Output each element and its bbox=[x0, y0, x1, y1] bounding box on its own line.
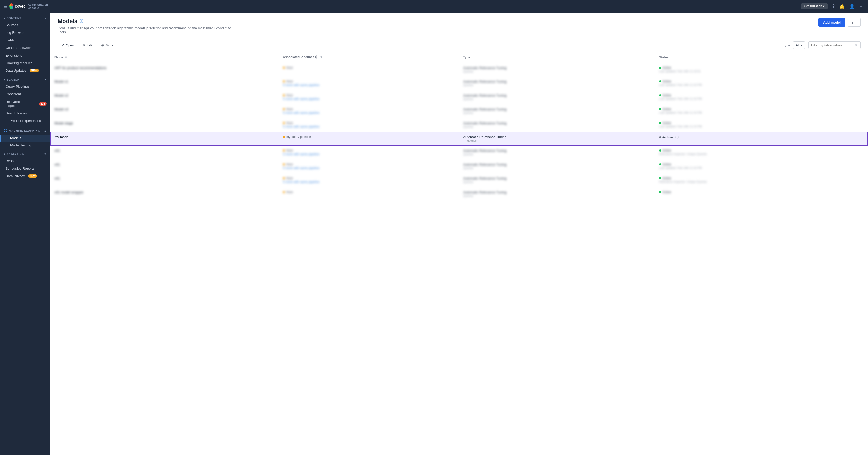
table-row[interactable]: Model stage Main 5 more with same pipeli… bbox=[50, 118, 868, 132]
table-row[interactable]: v01 Main 5 more with same pipelineAutoma… bbox=[50, 173, 868, 187]
status-dot-3 bbox=[659, 94, 661, 96]
model-testing-label: Model Testing bbox=[10, 143, 31, 147]
more-options-button[interactable]: ⋮⋮ bbox=[847, 18, 861, 27]
sidebar-item-extensions[interactable]: Extensions bbox=[0, 52, 50, 59]
sidebar-item-conditions[interactable]: Conditions bbox=[0, 90, 50, 98]
sidebar-item-relevance-inspector[interactable]: Relevance Inspector 123 bbox=[0, 98, 50, 109]
more-button[interactable]: ⊕ More bbox=[97, 41, 117, 49]
more-icon: ⊕ bbox=[101, 43, 104, 47]
pipeline-dot-8 bbox=[283, 163, 285, 165]
relevance-inspector-badge: 123 bbox=[39, 102, 46, 105]
sidebar-section-analytics[interactable]: ● Analytics ▼ bbox=[0, 149, 50, 157]
type-value-3: Automatic Relevance Tuning bbox=[463, 94, 651, 97]
status-dot-8 bbox=[659, 163, 661, 165]
apps-icon[interactable]: ⊞ bbox=[859, 4, 863, 9]
type-value-6: Automatic Relevance Tuning bbox=[463, 135, 651, 139]
type-value-2: Automatic Relevance Tuning bbox=[463, 79, 651, 84]
table-row[interactable]: ART for product recommendations Main Aut… bbox=[50, 63, 868, 76]
pipeline-link-8[interactable]: 5 more with same pipeline bbox=[283, 166, 455, 170]
cell-type-1: Automatic Relevance Tuning Queries bbox=[459, 63, 655, 76]
pipeline-link-5[interactable]: 5 more with same pipeline bbox=[283, 125, 455, 129]
col-type[interactable]: Type ↑ bbox=[459, 52, 655, 63]
sidebar-section-content[interactable]: ● Content ▼ bbox=[0, 13, 50, 21]
open-icon: ↗ bbox=[61, 43, 64, 47]
archived-info-icon-6[interactable]: ⓘ bbox=[676, 135, 679, 139]
table-row[interactable]: Model v2 Main 5 more with same pipelineA… bbox=[50, 90, 868, 104]
page-description: Consult and manage your organization alg… bbox=[58, 26, 241, 34]
sources-label: Sources bbox=[5, 23, 18, 27]
sidebar-section-ml[interactable]: ⬡ Machine Learning ▲ bbox=[0, 125, 50, 135]
table-row[interactable]: v01 model wrapper Main Automatic Relevan… bbox=[50, 187, 868, 201]
cell-type-7: Automatic Relevance Tuning Queries bbox=[459, 145, 655, 159]
sidebar-item-crawling-modules[interactable]: Crawling Modules bbox=[0, 59, 50, 67]
table-row[interactable]: v01 Main 5 more with same pipelineAutoma… bbox=[50, 159, 868, 173]
coveo-brand: coveo bbox=[15, 4, 25, 8]
pipeline-main-3: Main bbox=[283, 94, 455, 97]
sidebar-item-log-browser[interactable]: Log Browser bbox=[0, 29, 50, 36]
pipeline-link-7[interactable]: 5 more with same pipeline bbox=[283, 152, 455, 156]
pipeline-main-5: Main bbox=[283, 121, 455, 125]
sidebar-item-scheduled-reports[interactable]: Scheduled Reports bbox=[0, 165, 50, 172]
pipeline-link-2[interactable]: 5 more with same pipeline bbox=[283, 83, 455, 87]
table-row[interactable]: v01 Main 5 more with same pipelineAutoma… bbox=[50, 145, 868, 159]
sidebar-section-search[interactable]: ● Search ▼ bbox=[0, 74, 50, 83]
status-text-6: Archived bbox=[662, 136, 675, 139]
table-row[interactable]: My model my query pipeline Automatic Rel… bbox=[50, 132, 868, 145]
org-selector[interactable]: Organization ▾ bbox=[801, 3, 828, 9]
sidebar-item-content-browser[interactable]: Content Browser bbox=[0, 44, 50, 52]
table-row[interactable]: Model v3 Main 5 more with same pipelineA… bbox=[50, 104, 868, 118]
sidebar-item-data-updates[interactable]: Data Updates NEW bbox=[0, 67, 50, 74]
open-button[interactable]: ↗ Open bbox=[58, 41, 78, 49]
pipelines-info-icon[interactable]: ⓘ bbox=[315, 55, 318, 59]
model-name-6: My model bbox=[55, 135, 69, 139]
page-title-row: Models ⓘ bbox=[58, 18, 861, 25]
edit-button[interactable]: ✏ Edit bbox=[79, 41, 96, 49]
content-section-label: ● Content bbox=[4, 17, 21, 20]
cell-name-1: ART for product recommendations bbox=[50, 63, 279, 76]
add-model-button[interactable]: Add model bbox=[818, 18, 845, 27]
type-value-8: Automatic Relevance Tuning bbox=[463, 163, 651, 166]
table-row[interactable]: Model v1 Main 5 more with same pipelineA… bbox=[50, 76, 868, 90]
table-filter-input[interactable] bbox=[811, 43, 853, 47]
status-text-7: Active bbox=[662, 149, 671, 152]
status-text-3: Active bbox=[662, 94, 671, 97]
pipeline-main-4: Main bbox=[283, 107, 455, 111]
sidebar-item-in-product-experiences[interactable]: In-Product Experiences bbox=[0, 117, 50, 125]
name-sort-icon: ⇅ bbox=[65, 56, 67, 59]
hamburger-icon[interactable]: ☰ bbox=[4, 4, 7, 9]
sidebar-item-fields[interactable]: Fields bbox=[0, 36, 50, 44]
cell-name-6: My model bbox=[50, 132, 279, 145]
pipeline-link-3[interactable]: 5 more with same pipeline bbox=[283, 97, 455, 101]
help-icon[interactable]: ? bbox=[832, 4, 835, 9]
cell-type-3: Automatic Relevance Tuning Queries bbox=[459, 90, 655, 104]
col-status[interactable]: Status ⇅ bbox=[655, 52, 868, 63]
page-info-icon[interactable]: ⓘ bbox=[80, 19, 83, 24]
data-privacy-label: Data Privacy bbox=[5, 174, 25, 178]
status-active-10: Active bbox=[659, 190, 864, 194]
page-title: Models bbox=[58, 18, 78, 25]
sidebar-item-sources[interactable]: Sources bbox=[0, 21, 50, 29]
status-text-1: Active bbox=[662, 66, 671, 70]
pipeline-link-9[interactable]: 5 more with same pipeline bbox=[283, 180, 455, 184]
toolbar: ↗ Open ✏ Edit ⊕ More Type: All ▾ bbox=[50, 38, 868, 52]
cell-pipeline-6: my query pipeline bbox=[279, 132, 459, 145]
cell-status-2: Active Last updated: Feb 14th 11:15 PM bbox=[655, 76, 868, 90]
sidebar-item-data-privacy[interactable]: Data Privacy NEW bbox=[0, 172, 50, 180]
user-icon[interactable]: 👤 bbox=[849, 4, 855, 9]
sidebar-item-model-testing[interactable]: Model Testing bbox=[0, 142, 50, 149]
notifications-icon[interactable]: 🔔 bbox=[839, 4, 845, 9]
more-label: More bbox=[105, 43, 114, 47]
sidebar-item-search-pages[interactable]: Search Pages bbox=[0, 109, 50, 117]
extensions-label: Extensions bbox=[5, 54, 22, 57]
sidebar-item-models[interactable]: Models bbox=[0, 135, 50, 142]
pipeline-link-4[interactable]: 5 more with same pipeline bbox=[283, 111, 455, 115]
type-select-dropdown[interactable]: All ▾ bbox=[793, 41, 805, 49]
type-sub-8: Queries bbox=[463, 166, 651, 170]
cell-type-10: Automatic Relevance Tuning Queries bbox=[459, 187, 655, 201]
sidebar-item-reports[interactable]: Reports bbox=[0, 157, 50, 165]
sidebar-item-query-pipelines[interactable]: Query Pipelines bbox=[0, 83, 50, 90]
model-name-1: ART for product recommendations bbox=[55, 66, 106, 70]
status-sub-3: Last updated: Feb 14th 11:15 PM bbox=[659, 97, 864, 100]
col-pipelines[interactable]: Associated Pipelines ⓘ ⇅ bbox=[279, 52, 459, 63]
col-name[interactable]: Name ⇅ bbox=[50, 52, 279, 63]
